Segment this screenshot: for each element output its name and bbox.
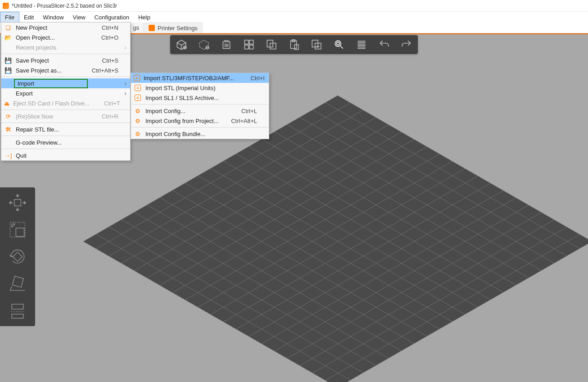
menu-item-label: G-code Preview... <box>16 139 62 146</box>
menu-item-shortcut: Ctrl+O <box>91 34 118 41</box>
search-button[interactable] <box>331 37 347 52</box>
menu-item-label: Import Config... <box>145 108 185 114</box>
tab-printer-label: Printer Settings <box>158 25 198 32</box>
tab-hidden-label: gs <box>133 24 139 31</box>
svg-rect-20 <box>12 304 23 309</box>
import-menu-separator <box>131 127 269 127</box>
menu-item-label: Recent projects <box>16 44 56 51</box>
add-cube-button[interactable] <box>174 37 189 52</box>
titlebar: *Untitled - PrusaSlicer-2.5.2 based on S… <box>0 0 588 12</box>
tab-printer-settings[interactable]: Printer Settings <box>144 23 203 33</box>
menu-item-label: (Re)Slice Now <box>16 113 53 120</box>
paste-button[interactable] <box>286 37 302 52</box>
svg-rect-16 <box>10 223 25 237</box>
→]-icon: →] <box>4 152 12 159</box>
import-menu-item[interactable]: +Import STL (Imperial Units) <box>131 83 269 93</box>
menu-item-label: Import SL1 / SL1S Archive... <box>145 95 219 101</box>
gear-icon: ⚙ <box>134 117 142 124</box>
menu-item-shortcut: Ctrl+S <box>91 57 118 64</box>
file-menu-item: Recent projects <box>1 42 130 52</box>
import-menu-item[interactable]: ⚙Import Config Bundle... <box>131 129 269 139</box>
top-toolbar <box>170 35 418 54</box>
menu-item-label: New Project <box>16 24 47 31</box>
menu-window[interactable]: Window <box>38 12 68 23</box>
svg-rect-19 <box>13 276 24 287</box>
menu-item-shortcut: Ctrl+Alt+S <box>91 67 118 74</box>
📂-icon: 📂 <box>4 34 12 41</box>
delete-all-button[interactable] <box>219 37 234 52</box>
file-menu-separator <box>1 123 130 123</box>
menu-item-label: Save Project as... <box>16 67 62 74</box>
🛠-icon: 🛠 <box>4 126 12 133</box>
menu-item-label: Save Project <box>16 57 49 64</box>
plus-icon: + <box>134 94 142 101</box>
file-menu-separator <box>1 54 130 54</box>
submenu-arrow-icon <box>122 44 127 51</box>
menu-item-shortcut: Ctrl+L <box>230 108 257 114</box>
rotate-tool[interactable] <box>5 246 30 268</box>
variable-layer-button[interactable] <box>354 37 369 52</box>
import-menu-item[interactable]: ⚙Import Config...Ctrl+L <box>131 106 269 116</box>
blank-icon <box>4 44 12 51</box>
file-menu-item[interactable]: 📂Open Project...Ctrl+O <box>1 32 130 42</box>
menu-item-label: Eject SD Card / Flash Drive... <box>13 100 90 107</box>
import-menu-item[interactable]: +Import STL/3MF/STEP/OBJ/AMF...Ctrl+I <box>131 73 269 83</box>
copy-button[interactable] <box>264 37 279 52</box>
svg-rect-3 <box>249 40 253 44</box>
file-menu-separator <box>1 136 130 136</box>
⟳-icon: ⟳ <box>4 113 12 120</box>
import-menu-item[interactable]: +Import SL1 / SL1S Archive... <box>131 93 269 103</box>
svg-rect-2 <box>244 40 249 44</box>
redo-button[interactable] <box>399 37 414 52</box>
import-menu-item[interactable]: ⚙Import Config from Project...Ctrl+Alt+L <box>131 116 269 126</box>
submenu-arrow-icon <box>122 90 127 97</box>
submenu-arrow-icon <box>122 80 127 87</box>
menu-item-shortcut: Ctrl+Alt+L <box>230 118 257 124</box>
gears-icon: ⚙ <box>134 130 142 137</box>
gear-icon: ⚙ <box>134 107 142 114</box>
file-menu-item[interactable]: 💾Save Project as...Ctrl+Alt+S <box>1 65 130 75</box>
svg-rect-5 <box>249 45 253 49</box>
blank-icon <box>4 139 12 146</box>
plus-icon: + <box>134 84 142 91</box>
menu-item-label: Import STL/3MF/STEP/OBJ/AMF... <box>144 75 234 82</box>
cut-tool[interactable] <box>5 300 30 322</box>
blank-icon <box>4 90 12 97</box>
scale-tool[interactable] <box>5 219 30 241</box>
menu-edit[interactable]: Edit <box>19 12 38 23</box>
menu-item-label: Open Project... <box>16 34 55 41</box>
file-menu-item[interactable]: Import <box>1 78 130 88</box>
menubar: File Edit Window View Configuration Help <box>0 12 588 23</box>
file-menu-item[interactable]: Export <box>1 88 130 98</box>
side-toolbar <box>0 187 35 326</box>
menu-configuration[interactable]: Configuration <box>90 12 134 23</box>
⏏-icon: ⏏ <box>4 100 9 107</box>
menu-item-shortcut: Ctrl+T <box>93 100 120 107</box>
blank-icon <box>4 80 12 87</box>
instance-add-button[interactable] <box>309 37 324 52</box>
menu-help[interactable]: Help <box>134 12 155 23</box>
plus-icon: + <box>134 74 140 82</box>
printer-icon <box>149 25 155 31</box>
arrange-button[interactable] <box>241 37 257 52</box>
file-menu-item[interactable]: 💾Save ProjectCtrl+S <box>1 55 130 65</box>
menu-item-label: Import STL (Imperial Units) <box>145 85 216 91</box>
delete-button[interactable] <box>196 37 212 52</box>
move-tool[interactable] <box>5 192 30 214</box>
svg-rect-18 <box>13 252 23 262</box>
file-menu-item[interactable]: G-code Preview... <box>1 137 130 147</box>
file-menu-item[interactable]: 🛠Repair STL file... <box>1 124 130 134</box>
menu-file[interactable]: File <box>0 12 19 23</box>
svg-rect-17 <box>16 228 24 236</box>
menu-view[interactable]: View <box>68 12 90 23</box>
menu-item-shortcut: Ctrl+I <box>238 75 265 82</box>
menu-item-shortcut: Ctrl+N <box>91 24 118 31</box>
file-menu-item[interactable]: ❏New ProjectCtrl+N <box>1 23 130 32</box>
undo-button[interactable] <box>376 37 392 52</box>
menu-item-shortcut: Ctrl+R <box>91 113 118 120</box>
window-title: *Untitled - PrusaSlicer-2.5.2 based on S… <box>12 3 117 9</box>
file-menu-separator <box>1 109 130 110</box>
file-menu-separator <box>1 77 130 77</box>
place-on-face-tool[interactable] <box>5 273 30 295</box>
file-menu-item[interactable]: →]Quit <box>1 150 130 160</box>
